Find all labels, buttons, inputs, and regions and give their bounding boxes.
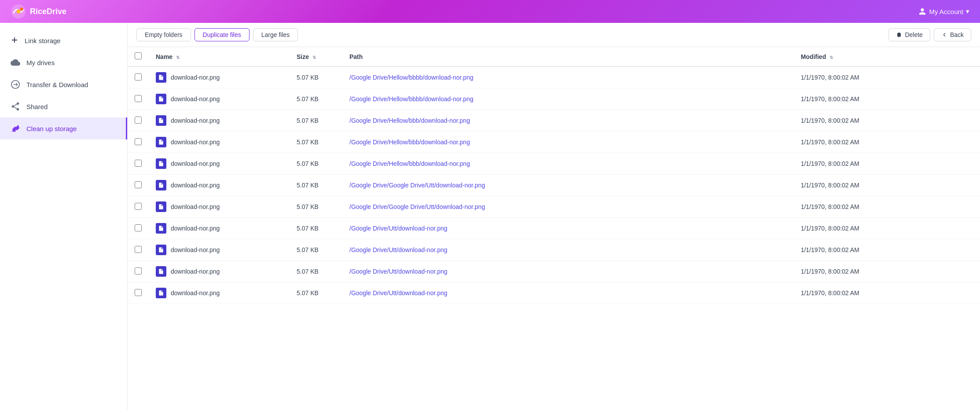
- row-path-link[interactable]: /Google Drive/Utt/download-nor.png: [349, 246, 448, 253]
- table-row: download-nor.png 5.07 KB /Google Drive/U…: [128, 239, 980, 261]
- size-sort-icon: ⇅: [312, 55, 316, 60]
- sidebar: Link storage My drives Transfer & Downlo…: [0, 23, 128, 410]
- link-storage-button[interactable]: Link storage: [0, 30, 127, 51]
- row-size-cell: 5.07 KB: [290, 218, 342, 239]
- row-checkbox[interactable]: [135, 289, 142, 296]
- file-icon: [156, 137, 166, 147]
- row-path-link[interactable]: /Google Drive/Hellow/bbb/download-nor.pn…: [349, 117, 470, 124]
- row-checkbox[interactable]: [135, 95, 142, 102]
- table-row: download-nor.png 5.07 KB /Google Drive/U…: [128, 218, 980, 239]
- sidebar-item-shared[interactable]: Shared: [0, 95, 127, 117]
- svg-point-2: [20, 7, 23, 11]
- name-sort-icon: ⇅: [176, 55, 180, 60]
- row-checkbox[interactable]: [135, 246, 142, 253]
- file-icon: [156, 201, 166, 212]
- row-path-cell: /Google Drive/Utt/download-nor.png: [342, 239, 794, 261]
- row-path-link[interactable]: /Google Drive/Hellow/bbbb/download-nor.p…: [349, 95, 473, 102]
- row-size: 5.07 KB: [297, 182, 319, 189]
- row-name-cell: download-nor.png: [149, 132, 290, 153]
- row-path-cell: /Google Drive/Hellow/bbbb/download-nor.p…: [342, 88, 794, 110]
- row-checkbox[interactable]: [135, 181, 142, 188]
- row-modified-cell: 1/1/1970, 8:00:02 AM: [794, 132, 980, 153]
- svg-point-6: [17, 108, 19, 111]
- select-all-checkbox[interactable]: [135, 52, 142, 59]
- row-filename: download-nor.png: [171, 203, 220, 210]
- row-path-link[interactable]: /Google Drive/Utt/download-nor.png: [349, 289, 448, 297]
- file-icon: [156, 180, 166, 190]
- tab-duplicate-files[interactable]: Duplicate files: [195, 28, 250, 41]
- table-row: download-nor.png 5.07 KB /Google Drive/G…: [128, 196, 980, 218]
- row-checkbox[interactable]: [135, 138, 142, 145]
- row-path-cell: /Google Drive/Google Drive/Utt/download-…: [342, 175, 794, 196]
- row-modified: 1/1/1970, 8:00:02 AM: [801, 268, 859, 275]
- row-modified-cell: 1/1/1970, 8:00:02 AM: [794, 261, 980, 282]
- row-size: 5.07 KB: [297, 95, 319, 102]
- row-size-cell: 5.07 KB: [290, 261, 342, 282]
- table-row: download-nor.png 5.07 KB /Google Drive/U…: [128, 261, 980, 282]
- row-checkbox[interactable]: [135, 203, 142, 210]
- row-path-link[interactable]: /Google Drive/Hellow/bbb/download-nor.pn…: [349, 160, 470, 167]
- row-modified-cell: 1/1/1970, 8:00:02 AM: [794, 110, 980, 132]
- link-storage-label: Link storage: [25, 37, 61, 44]
- row-size: 5.07 KB: [297, 139, 319, 146]
- row-path-cell: /Google Drive/Google Drive/Utt/download-…: [342, 196, 794, 218]
- row-path-link[interactable]: /Google Drive/Google Drive/Utt/download-…: [349, 203, 485, 210]
- table-row: download-nor.png 5.07 KB /Google Drive/H…: [128, 153, 980, 175]
- row-checkbox-cell: [128, 196, 149, 218]
- tab-large-files[interactable]: Large files: [253, 28, 298, 41]
- col-header-modified[interactable]: Modified ⇅: [794, 47, 980, 66]
- row-name-cell: download-nor.png: [149, 261, 290, 282]
- row-modified-cell: 1/1/1970, 8:00:02 AM: [794, 196, 980, 218]
- back-button[interactable]: Back: [934, 28, 971, 41]
- row-modified-cell: 1/1/1970, 8:00:02 AM: [794, 239, 980, 261]
- row-modified: 1/1/1970, 8:00:02 AM: [801, 182, 859, 189]
- row-checkbox[interactable]: [135, 73, 142, 81]
- delete-button[interactable]: Delete: [888, 28, 930, 41]
- row-path-link[interactable]: /Google Drive/Hellow/bbbb/download-nor.p…: [349, 74, 473, 81]
- toolbar-tabs: Empty folders Duplicate files Large file…: [136, 28, 298, 41]
- sidebar-item-my-drives[interactable]: My drives: [0, 51, 127, 73]
- row-size-cell: 5.07 KB: [290, 110, 342, 132]
- transfer-icon: [11, 80, 20, 89]
- row-path-cell: /Google Drive/Utt/download-nor.png: [342, 282, 794, 304]
- row-path-link[interactable]: /Google Drive/Hellow/bbb/download-nor.pn…: [349, 139, 470, 146]
- row-modified: 1/1/1970, 8:00:02 AM: [801, 289, 859, 297]
- account-chevron: ▾: [966, 7, 969, 15]
- file-icon: [156, 72, 166, 83]
- delete-icon: [896, 32, 902, 38]
- toolbar: Empty folders Duplicate files Large file…: [128, 23, 980, 47]
- sidebar-item-cleanup[interactable]: Clean up storage: [0, 117, 127, 139]
- row-checkbox-cell: [128, 218, 149, 239]
- col-header-checkbox: [128, 47, 149, 66]
- row-name-cell: download-nor.png: [149, 110, 290, 132]
- tab-empty-folders[interactable]: Empty folders: [136, 28, 191, 41]
- row-path-link[interactable]: /Google Drive/Utt/download-nor.png: [349, 268, 448, 275]
- row-checkbox[interactable]: [135, 267, 142, 275]
- row-checkbox[interactable]: [135, 224, 142, 231]
- row-modified: 1/1/1970, 8:00:02 AM: [801, 117, 859, 124]
- table-row: download-nor.png 5.07 KB /Google Drive/H…: [128, 132, 980, 153]
- row-checkbox[interactable]: [135, 117, 142, 124]
- row-modified-cell: 1/1/1970, 8:00:02 AM: [794, 88, 980, 110]
- plus-icon: [11, 36, 18, 45]
- col-header-name[interactable]: Name ⇅: [149, 47, 290, 66]
- row-path-link[interactable]: /Google Drive/Utt/download-nor.png: [349, 225, 448, 232]
- row-name-cell: download-nor.png: [149, 66, 290, 88]
- col-header-size[interactable]: Size ⇅: [290, 47, 342, 66]
- sidebar-item-my-drives-label: My drives: [26, 59, 55, 66]
- sidebar-item-transfer-download[interactable]: Transfer & Download: [0, 73, 127, 95]
- row-modified: 1/1/1970, 8:00:02 AM: [801, 160, 859, 167]
- row-name-cell: download-nor.png: [149, 282, 290, 304]
- row-modified: 1/1/1970, 8:00:02 AM: [801, 95, 859, 102]
- account-menu[interactable]: My Account ▾: [918, 7, 969, 15]
- table-body: download-nor.png 5.07 KB /Google Drive/H…: [128, 66, 980, 304]
- row-size-cell: 5.07 KB: [290, 175, 342, 196]
- row-path-link[interactable]: /Google Drive/Google Drive/Utt/download-…: [349, 182, 485, 189]
- file-icon: [156, 94, 166, 104]
- row-checkbox-cell: [128, 66, 149, 88]
- row-name-cell: download-nor.png: [149, 218, 290, 239]
- row-checkbox[interactable]: [135, 160, 142, 167]
- row-size: 5.07 KB: [297, 160, 319, 167]
- row-name-cell: download-nor.png: [149, 239, 290, 261]
- row-size-cell: 5.07 KB: [290, 153, 342, 175]
